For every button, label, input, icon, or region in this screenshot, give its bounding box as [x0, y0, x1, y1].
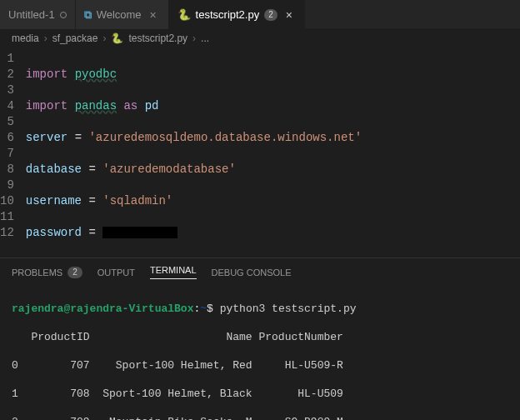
bottom-panel: PROBLEMS 2 OUTPUT TERMINAL DEBUG CONSOLE… [0, 258, 520, 420]
problems-count-badge: 2 [68, 267, 82, 278]
tab-output[interactable]: OUTPUT [98, 268, 135, 278]
python-icon: 🐍 [111, 32, 123, 44]
tab-debug-console[interactable]: DEBUG CONSOLE [212, 268, 292, 278]
breadcrumb[interactable]: media › sf_packae › 🐍 testscript2.py › .… [0, 29, 520, 48]
table-header: ProductID Name ProductNumber [12, 330, 508, 344]
tab-label: Untitled-1 [8, 8, 55, 21]
breadcrumb-more[interactable]: ... [201, 32, 209, 44]
table-row: 2 709 Mountain Bike Socks, M SO-B909-M [12, 415, 508, 420]
code-editor[interactable]: 123456789101112 import pyodbc import pan… [0, 48, 520, 258]
panel-tabs: PROBLEMS 2 OUTPUT TERMINAL DEBUG CONSOLE [0, 258, 520, 284]
vscode-icon: ⧉ [84, 8, 92, 22]
python-icon: 🐍 [178, 8, 191, 21]
problems-badge: 2 [264, 9, 278, 21]
chevron-right-icon: › [102, 32, 106, 44]
table-row: 1 708 Sport-100 Helmet, Black HL-U509 [12, 387, 508, 401]
breadcrumb-segment[interactable]: media [12, 32, 39, 44]
tab-testscript2-py[interactable]: 🐍 testscript2.py 2 × [169, 0, 305, 29]
code-content[interactable]: import pyodbc import pandas as pd server… [26, 48, 520, 258]
tab-untitled-1[interactable]: Untitled-1 [0, 0, 76, 29]
terminal-content[interactable]: rajendra@rajendra-VirtualBox:~$ python3 … [0, 284, 520, 420]
line-gutter: 123456789101112 [0, 48, 26, 258]
chevron-right-icon: › [192, 32, 196, 44]
close-icon[interactable]: × [147, 8, 160, 22]
tab-label: Welcome [97, 8, 142, 21]
tab-problems[interactable]: PROBLEMS 2 [12, 267, 82, 278]
close-icon[interactable]: × [282, 8, 296, 22]
redacted-password [102, 227, 178, 238]
tab-terminal[interactable]: TERMINAL [150, 265, 197, 279]
tab-label: testscript2.py [196, 8, 260, 21]
modified-dot-icon [60, 12, 67, 18]
editor-tabs: Untitled-1 ⧉ Welcome × 🐍 testscript2.py … [0, 0, 520, 29]
breadcrumb-segment[interactable]: sf_packae [52, 32, 98, 44]
table-row: 0 707 Sport-100 Helmet, Red HL-U509-R [12, 358, 508, 372]
tab-welcome[interactable]: ⧉ Welcome × [76, 0, 169, 29]
breadcrumb-segment[interactable]: testscript2.py [128, 32, 188, 44]
chevron-right-icon: › [44, 32, 48, 44]
